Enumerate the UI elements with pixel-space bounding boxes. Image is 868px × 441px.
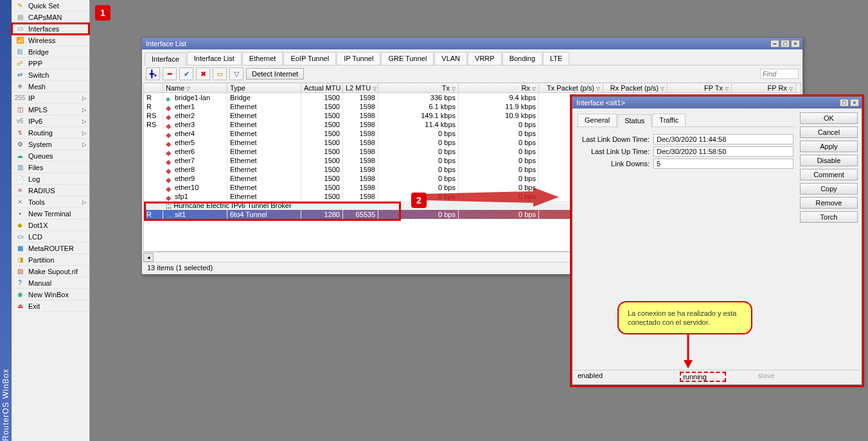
menu-label: PPP (28, 60, 42, 67)
sidebar-item-tools[interactable]: ✕Tools▷ (12, 196, 89, 208)
filter-button[interactable]: ▽ (229, 67, 244, 80)
sidebar-item-make-supout-rif[interactable]: ▤Make Supout.rif (12, 266, 89, 277)
sidebar-item-routing[interactable]: ↯Routing▷ (12, 127, 89, 139)
status-enabled: enabled (578, 372, 603, 382)
annotation-badge-2: 2 (411, 193, 427, 208)
sidebar-item-mpls[interactable]: ◫MPLS▷ (12, 104, 89, 116)
find-box[interactable] (760, 69, 799, 79)
sidebar-item-manual[interactable]: ?Manual (12, 277, 89, 289)
column-header[interactable]: Tx Packet (p/s) ▽ (539, 83, 603, 92)
annotation-badge-1: 1 (95, 5, 111, 21)
sidebar-item-dot1x[interactable]: ◆Dot1X (12, 220, 89, 231)
sidebar-item-bridge[interactable]: ⛓Bridge (12, 46, 89, 58)
menu-icon: ◆ (15, 221, 24, 230)
torch-button[interactable]: Torch (800, 211, 858, 223)
sidebar-item-ppp[interactable]: ☍PPP (12, 58, 89, 69)
tab-interface[interactable]: Interface (145, 53, 186, 65)
tab-ip-tunnel[interactable]: IP Tunnel (337, 52, 380, 65)
menu-label: Routing (28, 129, 53, 137)
column-header[interactable]: FP Rx ▽ (732, 83, 796, 92)
remove-button[interactable]: Remove (800, 197, 858, 209)
enable-button[interactable]: ✔ (179, 67, 193, 80)
sidebar-item-capsman[interactable]: ▤CAPsMAN (12, 12, 89, 23)
window-titlebar[interactable]: Interface <sit1> □ × (572, 97, 862, 108)
menu-label: Tools (28, 198, 45, 206)
tab-vlan[interactable]: VLAN (434, 52, 467, 65)
sidebar-item-interfaces[interactable]: ▭Interfaces (12, 23, 89, 35)
comment-button[interactable]: ▭ (213, 67, 227, 80)
minimize-button[interactable]: ‒ (770, 40, 779, 48)
tab-vrrp[interactable]: VRRP (468, 52, 502, 65)
menu-label: Switch (28, 71, 49, 79)
tab-eoip-tunnel[interactable]: EoIP Tunnel (283, 52, 336, 65)
menu-label: RADIUS (28, 187, 55, 195)
menu-icon: ◉ (15, 290, 24, 299)
ok-button[interactable]: OK (800, 112, 858, 124)
column-header[interactable]: Name ▽ (163, 83, 227, 92)
column-header[interactable]: L2 MTU ▽ (343, 83, 378, 92)
disable-button[interactable]: ✖ (196, 67, 210, 80)
callout-arrow-icon (682, 333, 701, 372)
sidebar-item-radius[interactable]: ✳RADIUS (12, 185, 89, 196)
submenu-arrow-icon: ▷ (82, 199, 87, 205)
copy-button[interactable]: Copy (800, 183, 858, 195)
detail-tab-status[interactable]: Status (617, 114, 651, 127)
sidebar-item-new-winbox[interactable]: ◉New WinBox (12, 289, 89, 300)
detail-status-bar: enabled running slave (574, 370, 860, 383)
tab-bonding[interactable]: Bonding (502, 52, 542, 65)
sidebar-item-wireless[interactable]: 📶Wireless (12, 35, 89, 46)
column-header[interactable]: Actual MTU ▽ (301, 83, 343, 92)
tab-gre-tunnel[interactable]: GRE Tunnel (381, 52, 434, 65)
menu-icon: ◨ (15, 255, 24, 264)
maximize-button[interactable]: □ (781, 40, 790, 48)
menu-label: Log (28, 175, 40, 183)
sidebar-item-ipv6[interactable]: v6IPv6▷ (12, 116, 89, 127)
menu-icon: ✎ (15, 1, 24, 10)
sidebar-item-files[interactable]: ▥Files (12, 162, 89, 173)
menu-label: LCD (28, 233, 42, 241)
sidebar-item-queues[interactable]: ☁Queues (12, 150, 89, 162)
maximize-button[interactable]: □ (840, 99, 849, 107)
close-button[interactable]: × (791, 40, 800, 48)
sidebar-item-exit[interactable]: ⏏Exit (12, 300, 89, 312)
comment-button[interactable]: Comment (800, 169, 858, 180)
column-header[interactable]: FP Tx ▽ (668, 83, 732, 92)
detail-tab-traffic[interactable]: Traffic (652, 114, 686, 126)
menu-label: New WinBox (28, 291, 69, 298)
add-button[interactable]: ╋▾ (146, 67, 160, 80)
cancel-button[interactable]: Cancel (800, 126, 858, 138)
tab-lte[interactable]: LTE (543, 52, 569, 65)
menu-icon: ⚙ (15, 140, 24, 149)
sidebar-item-mesh[interactable]: ⁜Mesh (12, 81, 89, 92)
submenu-arrow-icon: ▷ (82, 107, 87, 113)
detail-tab-general[interactable]: General (578, 114, 617, 126)
sidebar-item-lcd[interactable]: ▭LCD (12, 231, 89, 243)
sidebar-item-switch[interactable]: ⇄Switch (12, 69, 89, 81)
detect-internet-button[interactable]: Detect Internet (246, 68, 304, 80)
menu-icon: ⁜ (15, 82, 24, 91)
sidebar-item-system[interactable]: ⚙System▷ (12, 139, 89, 150)
sidebar-item-ip[interactable]: 255IP▷ (12, 92, 89, 104)
menu-icon: ▦ (15, 244, 24, 253)
window-titlebar[interactable]: Interface List ‒ □ × (142, 38, 802, 49)
disable-button[interactable]: Disable (800, 155, 858, 166)
sidebar-item-metarouter[interactable]: ▦MetaROUTER (12, 243, 89, 254)
column-header[interactable]: Type (227, 83, 301, 92)
tab-ethernet[interactable]: Ethernet (242, 52, 283, 65)
column-header[interactable] (144, 83, 163, 92)
column-header[interactable]: Tx ▽ (378, 83, 459, 92)
find-input[interactable] (760, 69, 799, 79)
close-button[interactable]: × (850, 99, 859, 107)
sidebar-item-quick-set[interactable]: ✎Quick Set (12, 0, 89, 12)
column-header[interactable]: Rx ▽ (459, 83, 539, 92)
svg-marker-2 (684, 360, 693, 368)
menu-label: Interfaces (28, 25, 59, 33)
sidebar-item-new-terminal[interactable]: ▪New Terminal (12, 208, 89, 220)
remove-button[interactable]: ━ (163, 67, 177, 80)
scroll-left-button[interactable]: ◂ (143, 253, 154, 262)
tab-interface-list[interactable]: Interface List (187, 52, 242, 65)
sidebar-item-partition[interactable]: ◨Partition (12, 254, 89, 266)
sidebar-item-log[interactable]: 📄Log (12, 173, 89, 185)
apply-button[interactable]: Apply (800, 141, 858, 152)
column-header[interactable]: Rx Packet (p/s) ▽ (603, 83, 668, 92)
